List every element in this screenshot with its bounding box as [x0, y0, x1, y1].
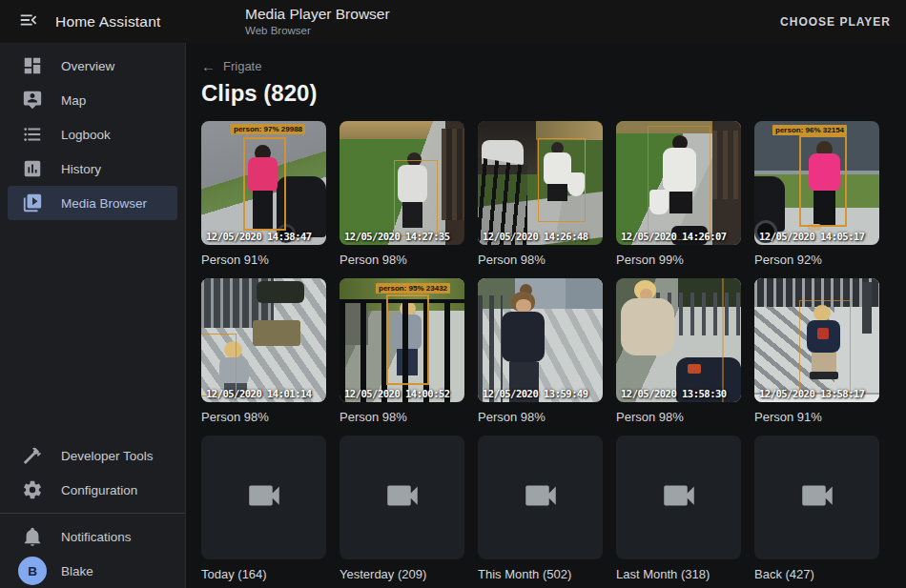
art-shape: [536, 121, 603, 140]
clip-caption: Person 98%: [201, 410, 326, 424]
art-shape: [862, 282, 872, 334]
art-shape: [722, 278, 724, 402]
clip-card[interactable]: 12/05/2020 13:59:49 Person 98%: [478, 278, 603, 424]
sidebar-item-profile[interactable]: B Blake: [8, 554, 177, 588]
folder-caption: This Month (502): [478, 567, 603, 581]
sidebar-item-label: Notifications: [61, 530, 132, 544]
clip-thumbnail: 12/05/2020 14:27:35: [340, 121, 464, 245]
gear-icon: [21, 478, 44, 501]
clip-timestamp: 12/05/2020 13:58:17: [759, 388, 865, 399]
view-dashboard-icon: [21, 54, 44, 77]
sidebar-item-history[interactable]: History: [8, 152, 177, 186]
sidebar-item-label: Developer Tools: [61, 449, 154, 463]
art-shape: [688, 364, 701, 374]
clip-card[interactable]: 12/05/2020 14:26:48 Person 98%: [478, 121, 603, 267]
art-shape: [621, 298, 674, 355]
folder-caption: Yesterday (209): [340, 567, 464, 581]
sidebar-item-media-browser[interactable]: Media Browser: [8, 186, 177, 220]
clip-card[interactable]: 12/05/2020 13:58:30 Person 98%: [616, 278, 741, 424]
art-shape: [516, 299, 531, 313]
sidebar-item-label: Logbook: [61, 128, 111, 142]
clip-thumbnail: 12/05/2020 14:26:07: [616, 121, 741, 245]
clip-thumbnail: 12/05/2020 13:58:30: [616, 278, 741, 402]
clip-caption: Person 99%: [616, 253, 741, 267]
folder-card-yesterday[interactable]: Yesterday (209): [340, 436, 464, 581]
clip-thumbnail: 12/05/2020 14:26:48: [478, 121, 603, 245]
clip-timestamp: 12/05/2020 14:05:17: [759, 231, 865, 242]
clip-thumbnail: person: 97% 29988 12/05/2020 14:38:47: [201, 121, 326, 245]
sidebar-item-configuration[interactable]: Configuration: [8, 473, 177, 507]
video-camera-icon: [797, 476, 837, 519]
chart-box-icon: [21, 157, 44, 180]
sidebar-item-label: Overview: [61, 59, 114, 73]
folder-caption: Today (164): [201, 567, 326, 581]
folder-card-last-month[interactable]: Last Month (318): [616, 436, 741, 581]
clip-caption: Person 98%: [478, 253, 603, 267]
menu-toggle-button[interactable]: [13, 7, 44, 37]
art-shape: [502, 312, 545, 362]
folder-thumbnail: [201, 436, 326, 559]
sidebar-header: Home Assistant: [0, 0, 186, 43]
clip-card[interactable]: 12/05/2020 14:01:14 Person 98%: [201, 278, 326, 424]
page-title-group: Media Player Browser Web Browser: [245, 6, 390, 37]
sidebar-item-label: Map: [61, 93, 86, 108]
clip-timestamp: 12/05/2020 13:59:49: [483, 388, 588, 399]
video-camera-icon: [244, 476, 284, 519]
sidebar-item-overview[interactable]: Overview: [8, 49, 177, 83]
clip-caption: Person 98%: [478, 410, 603, 424]
sidebar-item-notifications[interactable]: Notifications: [8, 519, 177, 554]
hammer-icon: [21, 444, 44, 467]
detection-bbox: [386, 294, 429, 385]
art-shape: [442, 129, 464, 220]
folder-card-this-month[interactable]: This Month (502): [478, 436, 603, 581]
clip-card[interactable]: 12/05/2020 14:26:07 Person 99%: [616, 121, 741, 267]
clip-caption: Person 98%: [616, 410, 741, 424]
clip-timestamp: 12/05/2020 14:26:07: [621, 231, 727, 242]
page-subtitle: Web Browser: [245, 25, 390, 37]
arrow-left-icon: ←: [201, 59, 216, 73]
user-name: Blake: [61, 564, 93, 578]
clip-caption: Person 98%: [340, 410, 464, 424]
video-camera-icon: [521, 476, 561, 519]
clip-card[interactable]: person: 95% 23432 12/05/2020 14:00:52 Pe…: [340, 278, 464, 424]
sidebar-item-map[interactable]: Map: [8, 83, 177, 117]
list-bulleted-icon: [21, 123, 44, 146]
folder-card-back[interactable]: Back (427): [754, 436, 879, 581]
sidebar-item-label: History: [61, 162, 101, 176]
clip-caption: Person 91%: [201, 253, 326, 267]
sidebar: Overview Map Logbook History Media Brows…: [0, 43, 186, 588]
video-camera-icon: [382, 476, 422, 519]
clip-caption: Person 92%: [754, 253, 879, 267]
folder-thumbnail: [616, 436, 741, 559]
clip-timestamp: 12/05/2020 14:26:48: [483, 231, 588, 242]
clip-card[interactable]: person: 97% 29988 12/05/2020 14:38:47 Pe…: [201, 121, 326, 267]
folder-caption: Last Month (318): [616, 567, 741, 581]
folder-thumbnail: [340, 436, 464, 559]
sidebar-item-logbook[interactable]: Logbook: [8, 117, 177, 152]
breadcrumb-label: Frigate: [223, 59, 261, 73]
account-tooltip-icon: [21, 89, 44, 112]
folder-card-today[interactable]: Today (164): [201, 436, 326, 581]
clip-thumbnail: 12/05/2020 13:58:17: [754, 278, 879, 402]
clip-card[interactable]: person: 96% 32154 12/05/2020 14:05:17 Pe…: [754, 121, 879, 267]
folder-thumbnail: [478, 436, 603, 559]
detection-bbox: [799, 135, 847, 227]
sidebar-item-developer-tools[interactable]: Developer Tools: [8, 438, 177, 473]
clip-card[interactable]: 12/05/2020 13:58:17 Person 91%: [754, 278, 879, 424]
detection-label: person: 96% 32154: [772, 125, 847, 135]
sidebar-item-label: Configuration: [61, 483, 137, 497]
play-box-multiple-icon: [21, 192, 44, 214]
sidebar-spacer: [0, 220, 185, 438]
clip-timestamp: 12/05/2020 14:38:47: [206, 231, 312, 242]
clip-card[interactable]: 12/05/2020 14:27:35 Person 98%: [340, 121, 464, 267]
folder-thumbnail: [754, 436, 879, 559]
detection-bbox: [648, 126, 710, 240]
detection-bbox: [394, 160, 438, 236]
clip-thumbnail: 12/05/2020 13:59:49: [478, 278, 603, 402]
art-shape: [478, 295, 503, 402]
breadcrumb-back[interactable]: ← Frigate: [201, 58, 891, 74]
choose-player-button[interactable]: CHOOSE PLAYER: [780, 15, 891, 29]
detection-bbox: [799, 300, 851, 394]
folder-caption: Back (427): [754, 567, 879, 581]
bell-icon: [21, 525, 44, 548]
